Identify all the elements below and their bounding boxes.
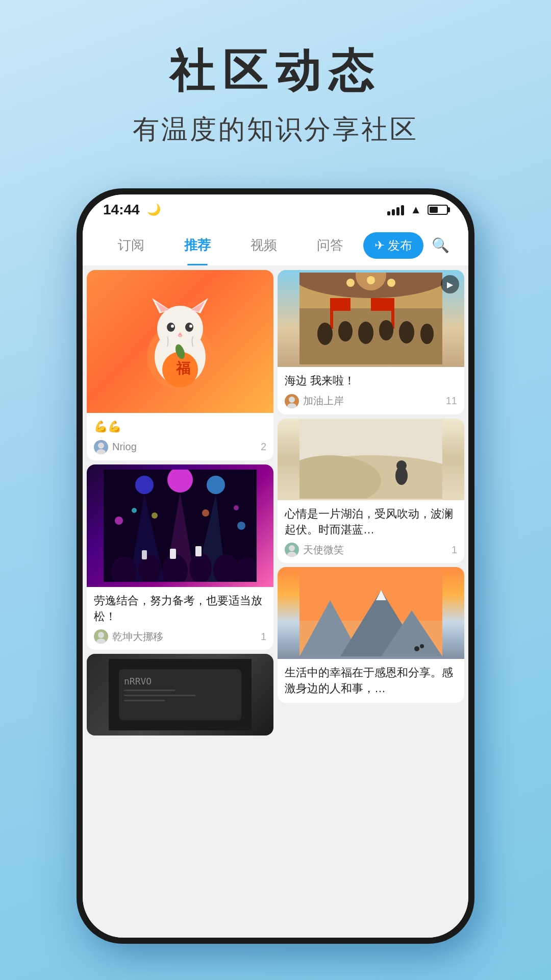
card-mountain-body: 生活中的幸福在于感恩和分享。感激身边的人和事，… [278, 659, 464, 703]
right-column: ▶ 海边 我来啦！ 加油上岸 11 [278, 270, 464, 934]
search-icon: 🔍 [432, 237, 449, 254]
play-button[interactable]: ▶ [441, 275, 459, 293]
card-concert[interactable]: 劳逸结合，努力备考，也要适当放松！ 乾坤大挪移 1 [87, 464, 273, 650]
card-cat-avatar [94, 440, 108, 454]
card-beach-body: 海边 我来啦！ 加油上岸 11 [278, 367, 464, 414]
card-concert-title: 劳逸结合，努力备考，也要适当放松！ [94, 593, 266, 625]
svg-point-8 [185, 323, 193, 332]
svg-point-60 [317, 323, 333, 345]
card-beach-user: 加油上岸 [285, 394, 344, 408]
svg-point-34 [115, 517, 123, 525]
wifi-icon: ▲ [410, 203, 421, 216]
svg-rect-48 [124, 700, 165, 701]
card-cat-body: 💪💪 Nriog 2 [87, 413, 273, 460]
svg-rect-47 [124, 695, 195, 696]
svg-point-84 [420, 644, 424, 648]
tab-video[interactable]: 视频 [231, 225, 297, 265]
svg-point-36 [152, 512, 158, 519]
card-concert-image [87, 464, 273, 587]
svg-point-21 [207, 476, 225, 494]
card-mountain-image [278, 567, 464, 659]
tab-qa[interactable]: 问答 [297, 225, 363, 265]
battery-fill [430, 207, 438, 213]
card-cat-user: Nriog [94, 440, 137, 454]
phone-screen: 14:44 🌙 ▲ [83, 194, 468, 938]
card-cat-footer: Nriog 2 [94, 440, 266, 454]
card-desert-avatar [285, 543, 299, 557]
svg-rect-57 [330, 298, 350, 311]
card-cat-username: Nriog [112, 441, 137, 453]
moon-icon: 🌙 [147, 203, 161, 216]
card-desert-image [278, 419, 464, 500]
status-icons: ▲ [387, 203, 448, 216]
card-concert-body: 劳逸结合，努力备考，也要适当放松！ 乾坤大挪移 1 [87, 587, 273, 650]
svg-text:福: 福 [176, 360, 190, 376]
page-subtitle: 有温度的知识分享社区 [133, 112, 418, 148]
signal-bar-4 [401, 205, 404, 215]
svg-point-37 [202, 509, 209, 517]
tab-recommend[interactable]: 推荐 [164, 225, 231, 265]
signal-bar-2 [392, 209, 395, 215]
svg-point-41 [98, 632, 104, 638]
card-beach-image: ▶ [278, 270, 464, 367]
svg-rect-32 [195, 546, 202, 556]
svg-point-75 [289, 545, 295, 551]
svg-point-54 [387, 279, 395, 287]
card-concert-user: 乾坤大挪移 [94, 629, 163, 644]
cat-svg: 福 [134, 290, 226, 393]
card-beach-footer: 加油上岸 11 [285, 394, 457, 408]
card-cat[interactable]: 福 💪💪 [87, 270, 273, 460]
tab-subscribe[interactable]: 订阅 [98, 225, 164, 265]
svg-point-2 [157, 306, 203, 352]
svg-text:nRRVO: nRRVO [124, 676, 152, 687]
svg-point-62 [358, 322, 373, 344]
card-cat-title: 💪💪 [94, 419, 266, 435]
card-desert-body: 心情是一片湖泊，受风吹动，波澜起伏。时而湛蓝… 天使微笑 1 [278, 500, 464, 564]
svg-point-9 [171, 325, 174, 328]
publish-label: 发布 [388, 237, 412, 254]
svg-rect-33 [142, 550, 147, 559]
publish-button[interactable]: ✈ 发布 [363, 232, 423, 259]
card-desert-user: 天使微笑 [285, 543, 344, 557]
svg-point-52 [346, 279, 355, 287]
battery-icon [428, 205, 448, 215]
card-mountain[interactable]: 生活中的幸福在于感恩和分享。感激身边的人和事，… [278, 567, 464, 703]
svg-point-63 [379, 320, 393, 340]
svg-rect-46 [124, 690, 175, 691]
left-column: 福 💪💪 [87, 270, 273, 934]
card-desert-footer: 天使微笑 1 [285, 543, 457, 557]
card-notebook[interactable]: nRRVO [87, 654, 273, 736]
svg-point-7 [167, 323, 175, 332]
phone-body: 14:44 🌙 ▲ [77, 188, 474, 944]
card-beach[interactable]: ▶ 海边 我来啦！ 加油上岸 11 [278, 270, 464, 414]
search-button[interactable]: 🔍 [428, 233, 453, 258]
card-concert-footer: 乾坤大挪移 1 [94, 629, 266, 644]
signal-bar-3 [396, 207, 399, 215]
svg-point-53 [367, 276, 375, 284]
svg-point-38 [234, 505, 239, 510]
card-notebook-image: nRRVO [87, 654, 273, 736]
card-desert-title: 心情是一片湖泊，受风吹动，波澜起伏。时而湛蓝… [285, 506, 457, 538]
svg-point-35 [132, 508, 137, 513]
card-concert-username: 乾坤大挪移 [112, 630, 163, 644]
svg-point-83 [414, 646, 419, 651]
svg-rect-31 [170, 549, 176, 559]
page-header: 社区动态 有温度的知识分享社区 [133, 41, 418, 148]
status-time: 14:44 [103, 202, 140, 218]
status-bar: 14:44 🌙 ▲ [83, 194, 468, 225]
card-concert-comments: 1 [261, 631, 266, 643]
card-desert[interactable]: 心情是一片湖泊，受风吹动，波澜起伏。时而湛蓝… 天使微笑 1 [278, 419, 464, 564]
card-desert-username: 天使微笑 [303, 543, 344, 557]
page-title: 社区动态 [133, 41, 418, 102]
svg-point-61 [338, 321, 353, 341]
svg-point-10 [189, 325, 192, 328]
svg-point-39 [237, 522, 245, 530]
card-beach-username: 加油上岸 [303, 394, 344, 408]
signal-icon [387, 204, 404, 215]
svg-point-64 [399, 321, 414, 344]
svg-rect-59 [371, 298, 391, 311]
svg-point-67 [289, 397, 295, 403]
card-concert-avatar [94, 629, 108, 644]
content-area: 福 💪💪 [83, 266, 468, 938]
publish-icon: ✈ [374, 238, 385, 253]
